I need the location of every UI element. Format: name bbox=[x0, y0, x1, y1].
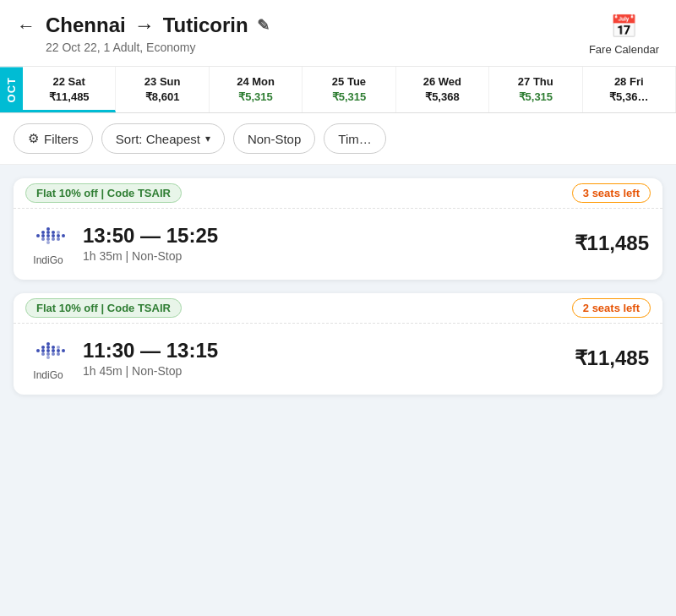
flight-times: 13:50 — 15:25 1h 35m | Non-Stop bbox=[83, 224, 561, 263]
month-label: OCT bbox=[0, 67, 23, 112]
svg-point-22 bbox=[46, 349, 50, 352]
filter-icon: ⚙ bbox=[28, 131, 39, 146]
svg-point-31 bbox=[62, 349, 65, 352]
date-price: ₹5,368 bbox=[425, 90, 460, 103]
svg-point-21 bbox=[46, 346, 50, 349]
svg-point-10 bbox=[52, 234, 55, 237]
filters-button[interactable]: ⚙ Filters bbox=[14, 123, 93, 154]
date-tab-0[interactable]: 22 Sat ₹11,485 bbox=[23, 67, 116, 112]
date-tab-1[interactable]: 23 Sun ₹8,601 bbox=[116, 67, 209, 112]
svg-point-15 bbox=[62, 234, 65, 237]
airline-name: IndiGo bbox=[33, 369, 63, 381]
card-body: IndiGo 13:50 — 15:25 1h 35m | Non-Stop ₹… bbox=[14, 209, 662, 280]
date-tab-6[interactable]: 28 Fri ₹5,36… bbox=[583, 67, 676, 112]
promo-badge: Flat 10% off | Code TSAIR bbox=[25, 298, 182, 318]
sort-button[interactable]: Sort: Cheapest ▾ bbox=[101, 123, 225, 154]
time-label: Tim… bbox=[338, 132, 371, 146]
date-day: 25 Tue bbox=[332, 75, 366, 88]
filters-label: Filters bbox=[44, 132, 79, 146]
svg-point-3 bbox=[41, 237, 45, 241]
sort-label: Sort: Cheapest bbox=[116, 132, 200, 146]
back-button[interactable]: ← bbox=[17, 15, 35, 37]
nonstop-button[interactable]: Non-Stop bbox=[233, 123, 315, 154]
nonstop-label: Non-Stop bbox=[248, 132, 301, 146]
svg-point-2 bbox=[41, 234, 45, 237]
route-subtitle: 22 Oct 22, 1 Adult, Economy bbox=[46, 41, 270, 54]
airline-logo: IndiGo bbox=[27, 335, 69, 381]
svg-point-11 bbox=[52, 237, 55, 241]
time-button[interactable]: Tim… bbox=[324, 123, 385, 154]
promo-badge: Flat 10% off | Code TSAIR bbox=[25, 183, 182, 203]
route-arrow: → bbox=[134, 14, 155, 37]
flight-details: 1h 35m | Non-Stop bbox=[83, 249, 561, 263]
date-day: 22 Sat bbox=[53, 75, 85, 88]
time-range: 11:30 — 13:15 bbox=[83, 339, 561, 363]
date-price: ₹5,36… bbox=[609, 90, 648, 103]
date-price: ₹5,315 bbox=[238, 90, 273, 103]
indigo-plane-icon bbox=[31, 335, 65, 366]
svg-point-19 bbox=[41, 352, 45, 356]
seats-badge: 3 seats left bbox=[572, 183, 651, 203]
date-tab-5[interactable]: 27 Thu ₹5,315 bbox=[489, 67, 582, 112]
date-tab-4[interactable]: 26 Wed ₹5,368 bbox=[396, 67, 489, 112]
card-body: IndiGo 11:30 — 13:15 1h 45m | Non-Stop ₹… bbox=[14, 324, 662, 395]
svg-point-14 bbox=[57, 231, 60, 234]
svg-point-18 bbox=[41, 349, 45, 352]
svg-point-23 bbox=[46, 352, 50, 356]
flight-price: ₹11,485 bbox=[575, 232, 649, 255]
flight-card-0[interactable]: Flat 10% off | Code TSAIR 3 seats left bbox=[14, 178, 662, 280]
date-day: 23 Sun bbox=[144, 75, 181, 88]
fare-calendar-label: Fare Calendar bbox=[589, 43, 659, 56]
route-info: Chennai → Tuticorin ✎ 22 Oct 22, 1 Adult… bbox=[46, 14, 270, 54]
flight-details: 1h 45m | Non-Stop bbox=[83, 364, 561, 378]
origin-label: Chennai bbox=[46, 14, 126, 37]
svg-point-30 bbox=[57, 346, 60, 349]
flight-card-1[interactable]: Flat 10% off | Code TSAIR 2 seats left bbox=[14, 293, 662, 395]
card-top-banner: Flat 10% off | Code TSAIR 2 seats left bbox=[14, 293, 662, 324]
date-tab-2[interactable]: 24 Mon ₹5,315 bbox=[210, 67, 303, 112]
svg-point-28 bbox=[57, 349, 60, 352]
time-range: 13:50 — 15:25 bbox=[83, 224, 561, 248]
svg-point-16 bbox=[36, 349, 40, 352]
svg-point-29 bbox=[57, 352, 60, 356]
date-tabs: 22 Sat ₹11,485 23 Sun ₹8,601 24 Mon ₹5,3… bbox=[23, 67, 676, 112]
edit-icon[interactable]: ✎ bbox=[257, 16, 270, 35]
airline-logo: IndiGo bbox=[27, 221, 69, 266]
calendar-icon: 📅 bbox=[610, 14, 637, 40]
card-top-banner: Flat 10% off | Code TSAIR 3 seats left bbox=[14, 178, 662, 209]
route-title: Chennai → Tuticorin ✎ bbox=[46, 14, 270, 37]
svg-point-5 bbox=[46, 231, 50, 234]
header-left: ← Chennai → Tuticorin ✎ 22 Oct 22, 1 Adu… bbox=[17, 14, 270, 54]
svg-point-4 bbox=[46, 227, 50, 231]
svg-point-6 bbox=[46, 234, 50, 237]
svg-point-20 bbox=[46, 342, 50, 346]
date-day: 27 Thu bbox=[518, 75, 553, 88]
svg-point-17 bbox=[41, 346, 45, 349]
flight-times: 11:30 — 13:15 1h 45m | Non-Stop bbox=[83, 339, 561, 378]
fare-calendar-button[interactable]: 📅 Fare Calendar bbox=[589, 14, 659, 56]
date-day: 24 Mon bbox=[237, 75, 275, 88]
svg-point-24 bbox=[46, 356, 50, 359]
airline-name: IndiGo bbox=[33, 254, 63, 266]
svg-point-27 bbox=[52, 352, 55, 356]
date-price: ₹5,315 bbox=[332, 90, 367, 103]
svg-point-1 bbox=[41, 231, 45, 234]
indigo-plane-icon bbox=[31, 221, 65, 251]
header: ← Chennai → Tuticorin ✎ 22 Oct 22, 1 Adu… bbox=[0, 0, 676, 67]
svg-point-8 bbox=[46, 241, 50, 244]
svg-point-9 bbox=[52, 231, 55, 234]
seats-badge: 2 seats left bbox=[572, 298, 651, 318]
date-day: 28 Fri bbox=[614, 75, 644, 88]
svg-point-26 bbox=[52, 349, 55, 352]
destination-label: Tuticorin bbox=[163, 14, 248, 37]
filters-bar: ⚙ Filters Sort: Cheapest ▾ Non-Stop Tim… bbox=[0, 113, 676, 165]
svg-point-12 bbox=[57, 234, 60, 237]
date-bar: OCT 22 Sat ₹11,485 23 Sun ₹8,601 24 Mon … bbox=[0, 67, 676, 113]
svg-point-25 bbox=[52, 346, 55, 349]
date-tab-3[interactable]: 25 Tue ₹5,315 bbox=[303, 67, 395, 112]
svg-point-7 bbox=[46, 237, 50, 241]
date-day: 26 Wed bbox=[423, 75, 461, 88]
flights-container: Flat 10% off | Code TSAIR 3 seats left bbox=[0, 165, 676, 408]
date-price: ₹11,485 bbox=[49, 90, 90, 103]
svg-point-0 bbox=[36, 234, 40, 237]
